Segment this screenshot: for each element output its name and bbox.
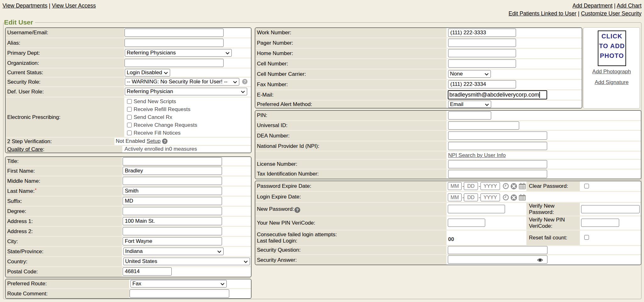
svg-text:?: ? <box>164 139 166 144</box>
svg-text:?: ? <box>244 80 246 84</box>
svg-text:?: ? <box>296 208 298 212</box>
